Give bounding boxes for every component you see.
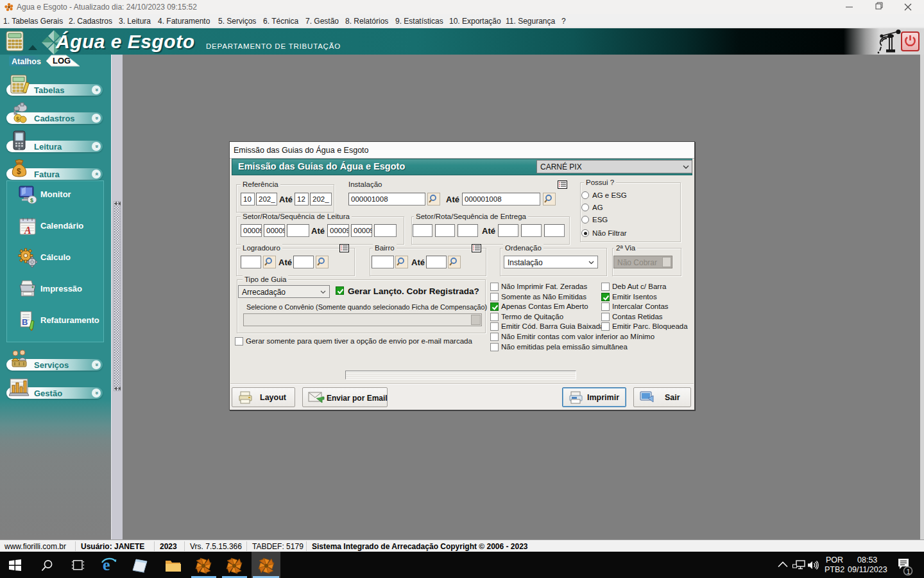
svg-text:B: B: [22, 317, 28, 327]
svg-text:$: $: [30, 197, 33, 204]
svg-text:$: $: [17, 167, 21, 176]
svg-text:1: 1: [907, 568, 911, 575]
svg-text:A: A: [24, 225, 31, 236]
svg-text:LOG: LOG: [53, 56, 71, 66]
svg-text:$: $: [16, 116, 19, 122]
